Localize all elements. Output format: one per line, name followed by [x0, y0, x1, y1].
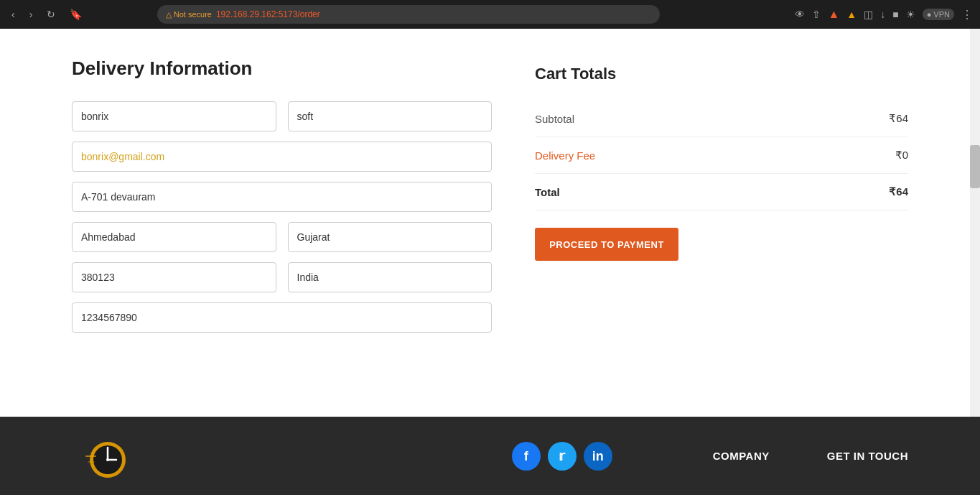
linkedin-icon[interactable]: in [584, 442, 612, 471]
extension-icon: ▲ [846, 9, 857, 20]
twitter-icon[interactable]: 𝕣 [548, 442, 577, 471]
footer-social: f 𝕣 in [512, 442, 612, 471]
url-text: 192.168.29.162:5173/order [216, 9, 320, 19]
email-row [72, 142, 492, 172]
delivery-fee-row: Delivery Fee ₹0 [535, 137, 908, 174]
not-secure-indicator: △ Not secure [166, 10, 212, 19]
page-content: Delivery Information Cart T [0, 29, 980, 417]
warning-icon: △ [166, 10, 172, 19]
country-input[interactable] [288, 262, 493, 292]
delivery-title: Delivery Information [72, 57, 492, 80]
address-bar[interactable]: △ Not secure 192.168.29.162:5173/order [157, 5, 660, 24]
get-in-touch-label: GET IN TOUCH [827, 450, 908, 462]
first-name-input[interactable] [72, 101, 276, 131]
email-input[interactable] [72, 142, 492, 172]
brave-icon: ▲ [828, 8, 839, 21]
browser-chrome: ‹ › ↻ 🔖 △ Not secure 192.168.29.162:5173… [0, 0, 980, 29]
total-value: ₹64 [889, 185, 908, 198]
last-name-input[interactable] [288, 101, 493, 131]
forward-button[interactable]: › [25, 6, 37, 23]
extensions-button[interactable]: ◫ [864, 9, 873, 20]
zip-input[interactable] [72, 262, 276, 292]
delivery-section: Delivery Information [72, 57, 492, 388]
proceed-to-payment-button[interactable]: PROCEED TO PAYMENT [535, 228, 678, 261]
not-secure-label: Not secure [174, 10, 212, 19]
company-label: COMPANY [713, 450, 770, 462]
zip-country-row [72, 262, 492, 292]
bookmark-button[interactable]: 🔖 [65, 6, 86, 23]
scrollbar[interactable] [970, 29, 980, 417]
footer-columns: COMPANY GET IN TOUCH [713, 450, 908, 463]
subtotal-label: Subtotal [535, 113, 574, 125]
delivery-fee-label: Delivery Fee [535, 149, 595, 162]
svg-point-4 [106, 458, 109, 461]
back-button[interactable]: ‹ [7, 6, 19, 23]
subtotal-row: Subtotal ₹64 [535, 101, 908, 137]
total-row: Total ₹64 [535, 174, 908, 211]
cart-title: Cart Totals [535, 65, 908, 83]
phone-row [72, 302, 492, 333]
scrollbar-thumb[interactable] [970, 145, 980, 188]
logo-icon [83, 435, 133, 478]
address-input[interactable] [72, 182, 492, 212]
facebook-icon[interactable]: f [512, 442, 541, 471]
name-row [72, 101, 492, 131]
address-row [72, 182, 492, 212]
eye-icon: 👁 [795, 9, 805, 20]
cart-section: Cart Totals Subtotal ₹64 Delivery Fee ₹0… [535, 57, 908, 388]
footer-company-col: COMPANY [713, 450, 770, 463]
state-input[interactable] [288, 222, 493, 252]
download-icon[interactable]: ↓ [880, 9, 885, 20]
profile-icon[interactable]: ☀ [906, 9, 915, 20]
vpn-indicator: ● VPN [923, 9, 954, 20]
footer-contact-col: GET IN TOUCH [827, 450, 908, 463]
share-icon[interactable]: ⇧ [812, 9, 821, 20]
footer-logo [72, 431, 144, 481]
subtotal-value: ₹64 [889, 112, 908, 125]
footer: f 𝕣 in COMPANY GET IN TOUCH [0, 417, 980, 495]
delivery-fee-value: ₹0 [895, 149, 908, 162]
sidebar-icon[interactable]: ■ [892, 9, 898, 20]
refresh-button[interactable]: ↻ [42, 6, 60, 23]
total-label: Total [535, 186, 560, 198]
phone-input[interactable] [72, 302, 492, 333]
menu-button[interactable]: ⋮ [961, 8, 973, 22]
browser-toolbar: 👁 ⇧ ▲ ▲ ◫ ↓ ■ ☀ ● VPN ⋮ [795, 8, 973, 22]
city-state-row [72, 222, 492, 252]
city-input[interactable] [72, 222, 276, 252]
